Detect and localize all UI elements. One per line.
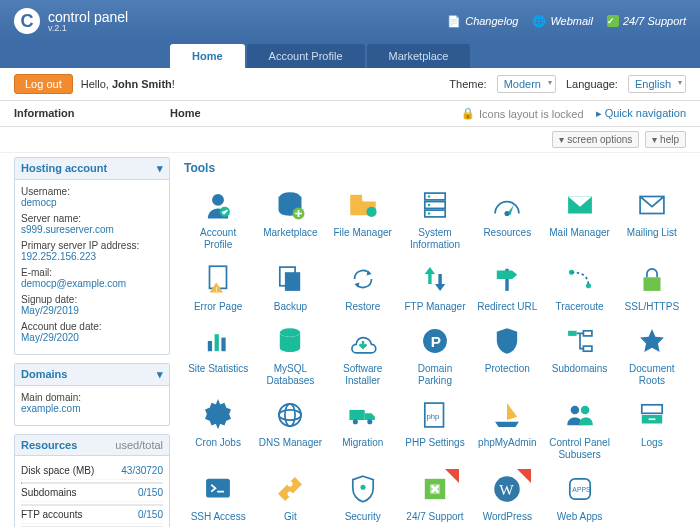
mysql-databases-icon [272,323,308,359]
tool-migration[interactable]: Migration [329,395,397,463]
tool-security[interactable]: Security [329,469,397,525]
svg-point-12 [505,211,510,216]
tool-label: SSL/HTTPS [620,301,684,313]
tool-247-support[interactable]: 24/7 Support [401,469,469,525]
view-options: ▾ screen options ▾ help [0,127,700,153]
tool-software-installer[interactable]: Software Installer [329,321,397,389]
tool-label: Git [258,511,322,523]
web-apps-icon: APPS [562,471,598,507]
tool-ssh-access[interactable]: SSH Access [184,469,252,525]
tool-dns-manager[interactable]: DNS Manager [256,395,324,463]
tool-account-profile[interactable]: Account Profile [184,185,252,253]
tool-document-roots[interactable]: Document Roots [618,321,686,389]
phpmyadmin-icon [489,397,525,433]
panel-domains: Domains▾ Main domain:example.com [14,363,170,426]
logout-button[interactable]: Log out [14,74,73,94]
svg-point-38 [367,419,372,424]
php-settings-icon: php [417,397,453,433]
tool-label: System Information [403,227,467,251]
tool-git[interactable]: Git [256,469,324,525]
tool-restore[interactable]: Restore [329,259,397,315]
info-row: Signup date:May/29/2019 [21,294,163,316]
subdomains-icon [562,323,598,359]
tool-cron-jobs[interactable]: Cron Jobs [184,395,252,463]
tool-web-apps[interactable]: APPS Web Apps [545,469,613,525]
changelog-link[interactable]: 📄 Changelog [447,15,518,28]
tool-label: Site Statistics [186,363,250,375]
theme-select[interactable]: Modern [497,75,556,93]
tool-mailing-list[interactable]: Mailing List [618,185,686,253]
svg-text:P: P [431,333,441,350]
resources-icon [489,187,525,223]
language-select[interactable]: English [628,75,686,93]
tool-subdomains[interactable]: Subdomains [545,321,613,389]
tool-resources[interactable]: Resources [473,185,541,253]
tab-marketplace[interactable]: Marketplace [367,44,471,68]
screen-options-button[interactable]: ▾ screen options [552,131,639,148]
tool-marketplace[interactable]: Marketplace [256,185,324,253]
tool-domain-parking[interactable]: P Domain Parking [401,321,469,389]
tool-site-statistics[interactable]: Site Statistics [184,321,252,389]
tool-label: Restore [331,301,395,313]
quick-navigation-link[interactable]: Quick navigation [605,107,686,119]
resource-row: FTP accounts0/150 [21,506,163,527]
tool-label: PHP Settings [403,437,467,449]
tool-phpmyadmin[interactable]: phpMyAdmin [473,395,541,463]
redirect-url-icon [489,261,525,297]
tool-file-manager[interactable]: File Manager [329,185,397,253]
svg-rect-46 [206,479,230,498]
tools-heading: Tools [184,161,686,175]
help-button[interactable]: ▾ help [645,131,686,148]
sidebar-heading: Information [14,107,170,120]
sub-bar: Log out Hello, John Smith! Theme: Modern… [0,68,700,101]
tool-traceroute[interactable]: Traceroute [545,259,613,315]
backup-icon [272,261,308,297]
tool-label: MySQL Databases [258,363,322,387]
tool-protection[interactable]: Protection [473,321,541,389]
heading-bar: Information Home 🔒 Icons layout is locke… [0,101,700,127]
webmail-link[interactable]: 🌐 Webmail [532,15,593,28]
svg-point-37 [353,419,358,424]
svg-point-0 [212,194,224,206]
tools-grid: Account Profile Marketplace File Manager… [184,185,686,525]
tool-label: Error Page [186,301,250,313]
svg-rect-23 [208,341,212,351]
svg-rect-4 [350,195,362,200]
info-row: Server name:s999.sureserver.com [21,213,163,235]
svg-text:!: ! [216,285,218,294]
panel-resources-header[interactable]: Resourcesused/total [15,435,169,456]
ssh-access-icon [200,471,236,507]
tool-label: Cron Jobs [186,437,250,449]
dns-manager-icon [272,397,308,433]
tool-php-settings[interactable]: php PHP Settings [401,395,469,463]
tool-mail-manager[interactable]: Mail Manager [545,185,613,253]
tool-error-page[interactable]: ! Error Page [184,259,252,315]
tool-control-panel-subusers[interactable]: Control Panel Subusers [545,395,613,463]
site-statistics-icon [200,323,236,359]
new-ribbon-icon [517,469,531,483]
tool-ssl-https[interactable]: SSL/HTTPS [618,259,686,315]
tool-system-information[interactable]: System Information [401,185,469,253]
tool-backup[interactable]: Backup [256,259,324,315]
tool-redirect-url[interactable]: Redirect URL [473,259,541,315]
logo-icon: C [14,8,40,34]
logo[interactable]: C control panel v.2.1 [14,8,128,34]
tool-label: Backup [258,301,322,313]
tool-ftp-manager[interactable]: FTP Manager [401,259,469,315]
panel-domains-header[interactable]: Domains▾ [15,364,169,386]
tab-home[interactable]: Home [170,44,245,68]
tool-wordpress[interactable]: W WordPress [473,469,541,525]
restore-icon [345,261,381,297]
protection-icon [489,323,525,359]
top-bar: C control panel v.2.1 📄 Changelog 🌐 Webm… [0,0,700,42]
tool-label: Traceroute [547,301,611,313]
resource-row: Subdomains0/150 [21,484,163,506]
tool-logs[interactable]: Logs [618,395,686,463]
svg-point-26 [280,328,300,337]
tool-label: File Manager [331,227,395,239]
tool-mysql-databases[interactable]: MySQL Databases [256,321,324,389]
svg-point-33 [279,404,301,426]
tab-account-profile[interactable]: Account Profile [247,44,365,68]
support-link[interactable]: ✓ 24/7 Support [607,15,686,28]
panel-hosting-header[interactable]: Hosting account▾ [15,158,169,180]
